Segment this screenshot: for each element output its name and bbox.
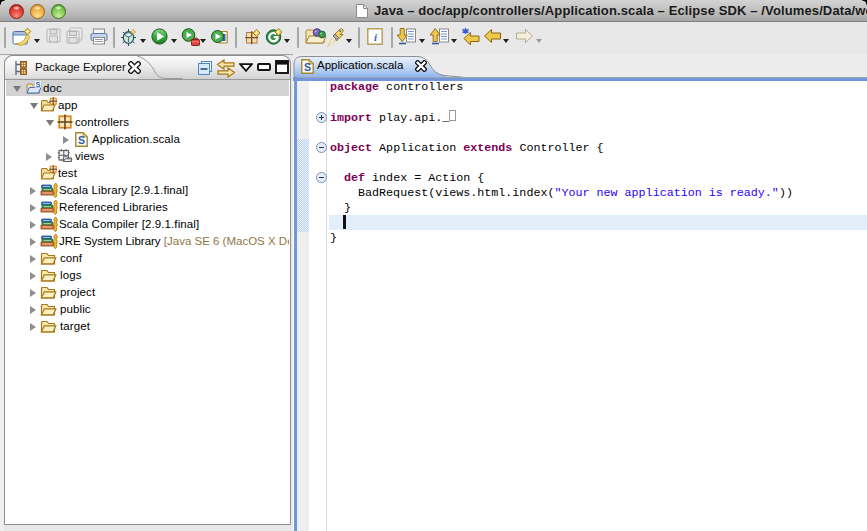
svg-text:S: S — [35, 80, 40, 89]
svg-text:S: S — [78, 134, 85, 146]
svg-text:S: S — [304, 61, 311, 73]
